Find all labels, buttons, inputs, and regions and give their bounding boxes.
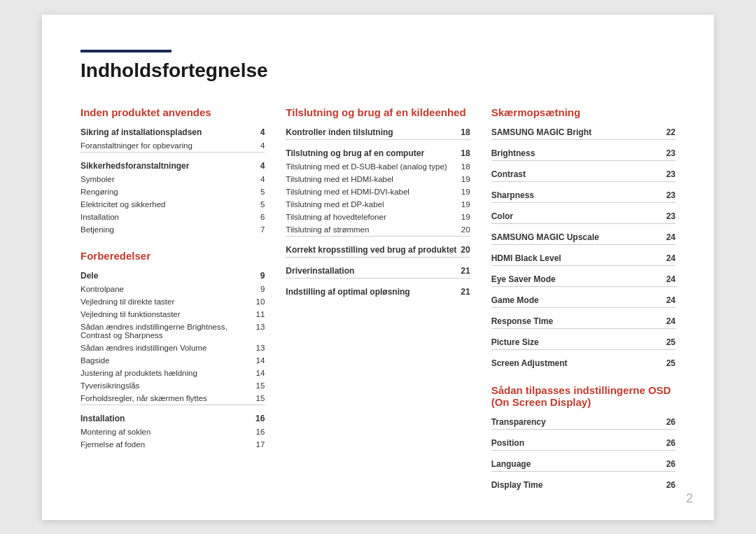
toc-num: 21 (457, 285, 470, 299)
toc-num: 6 (253, 211, 265, 223)
toc-row: Montering af soklen16 (80, 426, 265, 438)
toc-label: Elektricitet og sikkerhed (80, 198, 253, 211)
toc-num: 24 (656, 251, 676, 266)
toc-row: Justering af produktets hældning14 (80, 367, 265, 379)
page-number: 2 (686, 491, 693, 506)
toc-num: 25 (656, 356, 676, 370)
toc-num: 5 (253, 185, 265, 198)
toc-row: Tilslutning med et DP-kabel19 (286, 198, 470, 211)
toc-num: 23 (656, 209, 676, 224)
toc-label: HDMI Black Level (491, 251, 656, 266)
toc-label: Brightness (491, 146, 656, 161)
toc-num: 16 (252, 426, 265, 438)
toc-num: 23 (656, 188, 676, 203)
toc-row: Sharpness23 (491, 188, 676, 203)
toc-label: Driverinstallation (286, 264, 457, 279)
toc-row: Eye Saver Mode24 (491, 272, 676, 287)
column-1: Inden produktet anvendesSikring af insta… (80, 106, 265, 492)
toc-label: Color (491, 209, 656, 224)
toc-table-0: Kontroller inden tilslutning18Tilslutnin… (286, 125, 470, 299)
toc-num: 26 (640, 457, 676, 472)
toc-row: Picture Size25 (491, 335, 676, 350)
toc-label: Sikkerhedsforanstaltninger (80, 159, 253, 173)
toc-label: Language (491, 457, 640, 472)
toc-table-1: Transparency26Position26Language26Displa… (491, 415, 676, 492)
toc-label: Tilslutning med et D-SUB-kabel (analog t… (286, 160, 457, 173)
column-3: SkærmopsætningSAMSUNG MAGIC Bright22Brig… (491, 106, 676, 492)
toc-row: Language26 (491, 457, 676, 472)
toc-row: HDMI Black Level24 (491, 251, 676, 266)
toc-row: Driverinstallation21 (286, 264, 470, 279)
toc-row: Color23 (491, 209, 676, 224)
toc-label: Korrekt kropsstilling ved brug af produk… (286, 243, 457, 258)
toc-label: SAMSUNG MAGIC Upscale (491, 230, 656, 245)
toc-row: Brightness23 (491, 146, 676, 161)
toc-row: SAMSUNG MAGIC Upscale24 (491, 230, 676, 245)
toc-row: Fjernelse af foden17 (80, 438, 265, 451)
toc-num: 26 (640, 436, 676, 451)
toc-num: 14 (252, 367, 265, 379)
toc-row: Installation6 (80, 211, 265, 223)
toc-label: Rengøring (80, 185, 253, 198)
toc-table-0: SAMSUNG MAGIC Bright22Brightness23Contra… (491, 125, 676, 370)
toc-num: 26 (640, 415, 676, 430)
toc-num: 24 (656, 314, 676, 329)
toc-num: 4 (253, 139, 265, 153)
toc-row: Vejledning til direkte taster10 (80, 295, 265, 308)
toc-num: 26 (640, 478, 676, 492)
toc-num: 13 (252, 342, 265, 354)
toc-label: Display Time (491, 478, 640, 492)
toc-label: Installation (80, 211, 253, 223)
toc-row: Position26 (491, 436, 676, 451)
toc-row: Forholdsregler, når skærmen flyttes15 (80, 392, 265, 405)
toc-num: 19 (457, 185, 470, 198)
toc-num: 9 (252, 283, 265, 295)
toc-row: Dele9 (80, 269, 265, 283)
toc-row: Kontroller inden tilslutning18 (286, 125, 470, 140)
section-title-0: Tilslutning og brug af en kildeenhed (286, 106, 470, 118)
toc-row: Tilslutning og brug af en computer18 (286, 146, 470, 160)
toc-num: 25 (656, 335, 676, 350)
toc-label: Bagside (80, 354, 252, 367)
toc-columns: Inden produktet anvendesSikring af insta… (80, 106, 676, 492)
toc-label: Installation (80, 412, 252, 426)
toc-num: 15 (252, 392, 265, 405)
toc-label: Kontroller inden tilslutning (286, 125, 457, 140)
toc-num: 11 (252, 308, 265, 321)
toc-row: Sådan ændres indstillingerne Brightness,… (80, 321, 265, 342)
section-title-0: Skærmopsætning (491, 106, 676, 118)
toc-label: Picture Size (491, 335, 656, 350)
toc-row: SAMSUNG MAGIC Bright22 (491, 125, 676, 140)
toc-row: Foranstaltninger for opbevaring4 (80, 139, 265, 153)
toc-num: 19 (457, 198, 470, 211)
toc-row: Contrast23 (491, 167, 676, 182)
toc-label: Vejledning til funktionstaster (80, 308, 252, 321)
toc-label: Game Mode (491, 293, 656, 308)
toc-table-0: Sikring af installationspladsen4Foransta… (80, 125, 265, 236)
toc-table-1: Dele9Kontrolpane9Vejledning til direkte … (80, 269, 265, 451)
toc-num: 24 (656, 293, 676, 308)
toc-row: Sikring af installationspladsen4 (80, 125, 265, 139)
toc-label: Transparency (491, 415, 640, 430)
toc-label: SAMSUNG MAGIC Bright (491, 125, 656, 140)
toc-num: 5 (253, 198, 265, 211)
toc-label: Sharpness (491, 188, 656, 203)
toc-row: Display Time26 (491, 478, 676, 492)
toc-num: 15 (252, 379, 265, 392)
toc-num: 13 (252, 321, 265, 342)
toc-label: Tilslutning af hovedtelefoner (286, 211, 457, 223)
toc-num: 14 (252, 354, 265, 367)
section-title-1: Sådan tilpasses indstillingerne OSD (On … (491, 384, 676, 408)
toc-label: Fjernelse af foden (80, 438, 252, 451)
toc-row: Rengøring5 (80, 185, 265, 198)
toc-num: 23 (656, 167, 676, 182)
toc-label: Screen Adjustment (491, 356, 656, 370)
toc-label: Response Time (491, 314, 656, 329)
toc-num: 9 (252, 269, 265, 283)
toc-num: 4 (253, 125, 265, 139)
toc-row: Tilslutning med et HDMI-kabel19 (286, 173, 470, 185)
toc-label: Tilslutning og brug af en computer (286, 146, 457, 160)
toc-row: Indstilling af optimal opløsning21 (286, 285, 470, 299)
toc-row: Response Time24 (491, 314, 676, 329)
toc-label: Sådan ændres indstillingen Volume (80, 342, 252, 354)
